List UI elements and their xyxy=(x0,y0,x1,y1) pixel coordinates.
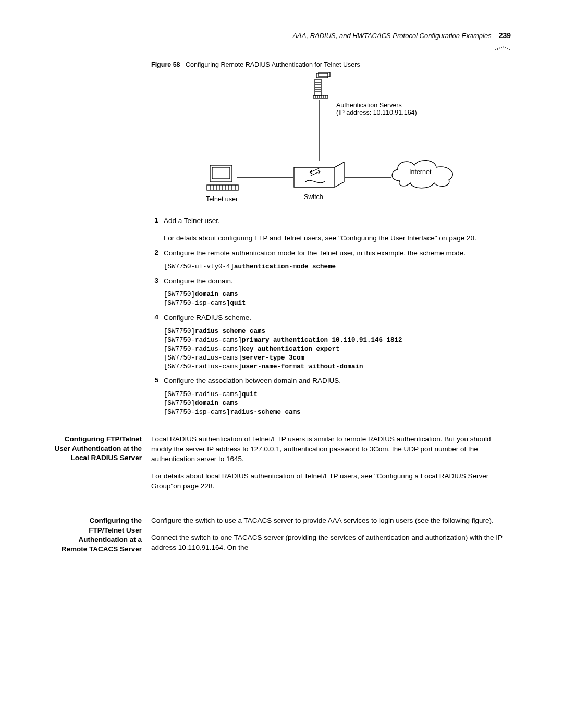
step-5-text: Configure the association between domain… xyxy=(164,377,341,385)
figure-caption: Configuring Remote RADIUS Authentication… xyxy=(186,61,360,68)
svg-rect-9 xyxy=(319,72,330,77)
code-cmd: quit xyxy=(230,300,246,307)
svg-point-2 xyxy=(499,48,500,49)
link-switch-pc xyxy=(237,171,293,179)
svg-point-3 xyxy=(501,47,502,48)
section-heading: Configuring FTP/Telnet User Authenticati… xyxy=(52,435,142,498)
svg-rect-29 xyxy=(210,165,232,182)
svg-rect-10 xyxy=(314,80,322,95)
code-cmd: quit xyxy=(242,391,258,398)
telnet-user-label: Telnet user xyxy=(206,195,238,203)
code-prompt: [SW7750] xyxy=(164,291,195,298)
switch-label: Switch xyxy=(304,193,323,201)
section-para: Local RADIUS authentication of Telnet/FT… xyxy=(151,435,511,464)
code-prompt: [SW7750-radius-cams] xyxy=(164,354,242,362)
auth-servers-label: Authentication Servers (IP address: 10.1… xyxy=(336,102,417,116)
step-3-text: Configure the domain. xyxy=(164,277,233,285)
code-cmd: server-type 3com xyxy=(242,354,304,362)
code-prompt: [SW7750-radius-cams] xyxy=(164,391,242,398)
step-1: 1 Add a Telnet user. For details about c… xyxy=(151,216,511,243)
code-prompt: [SW7750-radius-cams] xyxy=(164,346,242,353)
step-1-text: Add a Telnet user. xyxy=(164,217,220,225)
step-3-code: [SW7750]domain cams [SW7750-isp-cams]qui… xyxy=(164,290,511,308)
step-2: 2 Configure the remote authentication mo… xyxy=(151,249,511,272)
svg-point-4 xyxy=(503,47,504,48)
svg-point-1 xyxy=(497,48,498,50)
pc-icon xyxy=(206,164,242,195)
code-cmd: key authentication exper xyxy=(242,346,336,353)
step-5: 5 Configure the association between doma… xyxy=(151,376,511,417)
step-4-text: Configure RADIUS scheme. xyxy=(164,314,251,322)
svg-point-7 xyxy=(509,49,510,50)
running-header: AAA, RADIUS, and HWTACACS Protocol Confi… xyxy=(52,31,511,40)
auth-servers-line2: (IP address: 10.110.91.164) xyxy=(336,109,417,116)
running-title: AAA, RADIUS, and HWTACACS Protocol Confi… xyxy=(292,32,491,40)
link-server-switch xyxy=(319,100,320,163)
switch-icon xyxy=(293,161,345,193)
code-cmd: domain cams xyxy=(195,400,238,407)
step-5-code: [SW7750-radius-cams]quit [SW7750]domain … xyxy=(164,390,511,417)
code-cmd: radius scheme cams xyxy=(195,328,265,335)
svg-point-6 xyxy=(507,48,508,49)
svg-line-26 xyxy=(335,162,344,167)
link-switch-internet xyxy=(345,171,391,179)
step-4: 4 Configure RADIUS scheme. [SW7750]radiu… xyxy=(151,313,511,371)
step-3: 3 Configure the domain. [SW7750]domain c… xyxy=(151,277,511,309)
step-5-num: 5 xyxy=(151,376,158,384)
figure-diagram: Authentication Servers (IP address: 10.1… xyxy=(180,72,482,208)
step-3-num: 3 xyxy=(151,277,158,285)
section-para: For details about local RADIUS authentic… xyxy=(151,472,511,491)
internet-label: Internet xyxy=(409,168,431,176)
page: AAA, RADIUS, and HWTACACS Protocol Confi… xyxy=(0,0,563,581)
svg-point-5 xyxy=(505,47,506,48)
code-prompt: [SW7750-isp-cams] xyxy=(164,300,230,307)
section-local-radius: Configuring FTP/Telnet User Authenticati… xyxy=(52,435,511,498)
section-para: Connect the switch to one TACACS server … xyxy=(151,533,511,553)
figure-number: Figure 58 xyxy=(151,61,180,68)
step-4-code: [SW7750]radius scheme cams [SW7750-radiu… xyxy=(164,327,511,371)
step-1-para: For details about configuring FTP and Te… xyxy=(164,233,511,243)
step-2-num: 2 xyxy=(151,249,158,256)
code-prompt: [SW7750-radius-cams] xyxy=(164,337,242,344)
step-2-text: Configure the remote authentication mode… xyxy=(164,249,466,257)
section-remote-tacacs: Configuring the FTP/Telnet User Authenti… xyxy=(52,516,511,560)
figure-label: Figure 58 Configuring Remote RADIUS Auth… xyxy=(151,61,511,68)
section-para: Configure the switch to use a TACACS ser… xyxy=(151,516,511,526)
svg-rect-30 xyxy=(212,167,230,179)
header-rule xyxy=(52,43,511,43)
code-cmd: radius-scheme cams xyxy=(230,409,301,416)
svg-marker-24 xyxy=(294,162,344,187)
header-dots-icon xyxy=(52,44,511,52)
section-heading: Configuring the FTP/Telnet User Authenti… xyxy=(52,516,142,560)
svg-rect-8 xyxy=(316,73,328,78)
code-prompt: [SW7750-ui-vty0-4] xyxy=(164,263,234,270)
code-cmd: authentication-mode scheme xyxy=(234,263,336,270)
code-tail: t xyxy=(336,346,340,353)
code-prompt: [SW7750] xyxy=(164,400,195,407)
step-4-num: 4 xyxy=(151,313,158,321)
step-2-code: [SW7750-ui-vty0-4]authentication-mode sc… xyxy=(164,263,511,272)
svg-point-0 xyxy=(495,49,496,50)
server-stack-icon xyxy=(313,72,333,101)
code-cmd: domain cams xyxy=(195,291,238,298)
code-prompt: [SW7750-radius-cams] xyxy=(164,363,242,371)
page-number: 239 xyxy=(499,31,511,40)
code-prompt: [SW7750] xyxy=(164,328,195,335)
step-1-num: 1 xyxy=(151,216,158,224)
code-prompt: [SW7750-isp-cams] xyxy=(164,409,230,416)
code-cmd: user-name-format without-domain xyxy=(242,363,363,371)
auth-servers-line1: Authentication Servers xyxy=(336,102,402,109)
code-cmd: primary authentication 10.110.91.146 181… xyxy=(242,337,402,344)
